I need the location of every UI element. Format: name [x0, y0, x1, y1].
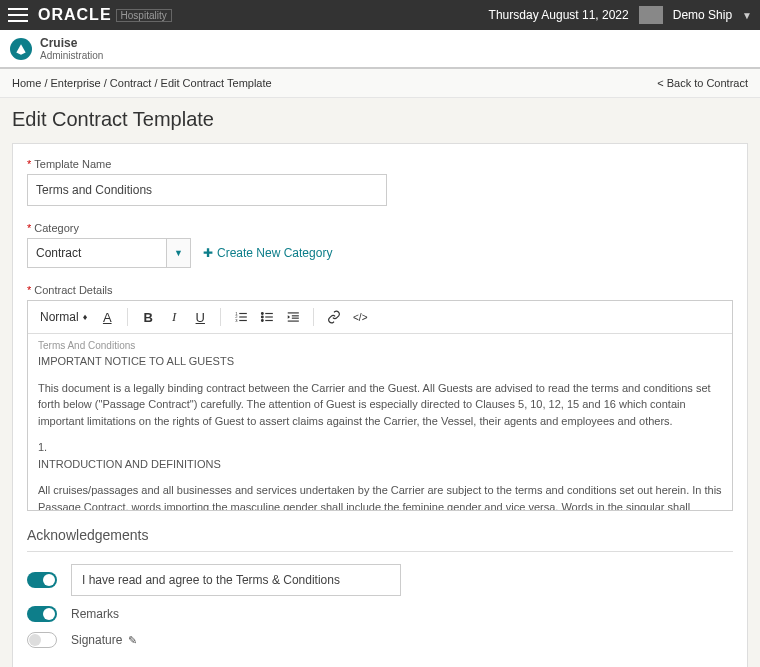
editor-line: Terms And Conditions: [38, 338, 722, 353]
svg-point-11: [262, 320, 264, 322]
template-name-input[interactable]: [27, 174, 387, 206]
format-select[interactable]: Normal♦: [36, 308, 91, 326]
editor-para: This document is a legally binding contr…: [38, 380, 722, 430]
acknowledgements-title: Acknowledgements: [27, 527, 733, 543]
category-label: *Category: [27, 222, 733, 234]
breadcrumb-enterprise[interactable]: Enterprise: [51, 77, 101, 89]
contract-details-label: *Contract Details: [27, 284, 733, 296]
category-value: Contract: [27, 238, 167, 268]
svg-text:3: 3: [235, 318, 238, 323]
chevron-down-icon[interactable]: ▼: [742, 10, 752, 21]
remarks-toggle[interactable]: [27, 606, 57, 622]
subheader: Cruise Administration: [0, 30, 760, 69]
code-icon[interactable]: </>: [350, 307, 370, 327]
ship-icon: [10, 38, 32, 60]
editor-toolbar: Normal♦ A B I U 123: [28, 301, 732, 334]
svg-point-10: [262, 316, 264, 318]
current-date: Thursday August 11, 2022: [489, 8, 629, 22]
content: Edit Contract Template *Template Name *C…: [0, 98, 760, 667]
category-select[interactable]: Contract ▼: [27, 238, 191, 268]
italic-icon[interactable]: I: [164, 307, 184, 327]
signature-toggle[interactable]: [27, 632, 57, 648]
avatar: [639, 6, 663, 24]
brand-sub: Hospitality: [116, 9, 172, 22]
template-name-label: *Template Name: [27, 158, 733, 170]
breadcrumb-current: Edit Contract Template: [161, 77, 272, 89]
breadcrumb-home[interactable]: Home: [12, 77, 41, 89]
breadcrumb: Home / Enterprise / Contract / Edit Cont…: [0, 69, 760, 98]
underline-icon[interactable]: U: [190, 307, 210, 327]
list-ordered-icon[interactable]: 123: [231, 307, 251, 327]
chevron-down-icon[interactable]: ▼: [167, 238, 191, 268]
app-subtitle: Administration: [40, 50, 103, 61]
pencil-icon[interactable]: ✎: [128, 634, 137, 647]
list-bullet-icon[interactable]: [257, 307, 277, 327]
editor-body[interactable]: Terms And Conditions IMPORTANT NOTICE TO…: [28, 334, 732, 510]
back-link[interactable]: < Back to Contract: [657, 77, 748, 89]
menu-icon[interactable]: [8, 8, 28, 22]
divider: [27, 551, 733, 552]
editor-line: IMPORTANT NOTICE TO ALL GUESTS: [38, 353, 722, 370]
plus-icon: ✚: [203, 246, 213, 260]
remarks-label: Remarks: [71, 607, 119, 621]
terms-toggle[interactable]: [27, 572, 57, 588]
link-icon[interactable]: [324, 307, 344, 327]
ship-name: Demo Ship: [673, 8, 732, 22]
topbar: ORACLE Hospitality Thursday August 11, 2…: [0, 0, 760, 30]
terms-text-input[interactable]: I have read and agree to the Terms & Con…: [71, 564, 401, 596]
bold-icon[interactable]: B: [138, 307, 158, 327]
editor-heading: INTRODUCTION AND DEFINITIONS: [38, 456, 722, 473]
svg-marker-16: [288, 315, 290, 319]
font-color-icon[interactable]: A: [97, 307, 117, 327]
editor-para: All cruises/passages and all businesses …: [38, 482, 722, 510]
editor-num: 1.: [38, 439, 722, 456]
indent-icon[interactable]: [283, 307, 303, 327]
svg-point-9: [262, 313, 264, 315]
form-panel: *Template Name *Category Contract ▼ ✚ Cr…: [12, 143, 748, 667]
acknowledgements-section: Acknowledgements I have read and agree t…: [27, 527, 733, 648]
brand-logo: ORACLE: [38, 6, 112, 24]
rich-text-editor: Normal♦ A B I U 123: [27, 300, 733, 511]
app-title: Cruise: [40, 36, 103, 50]
create-category-button[interactable]: ✚ Create New Category: [203, 246, 332, 260]
page-title: Edit Contract Template: [12, 108, 748, 131]
breadcrumb-contract[interactable]: Contract: [110, 77, 152, 89]
signature-label: Signature ✎: [71, 633, 137, 647]
